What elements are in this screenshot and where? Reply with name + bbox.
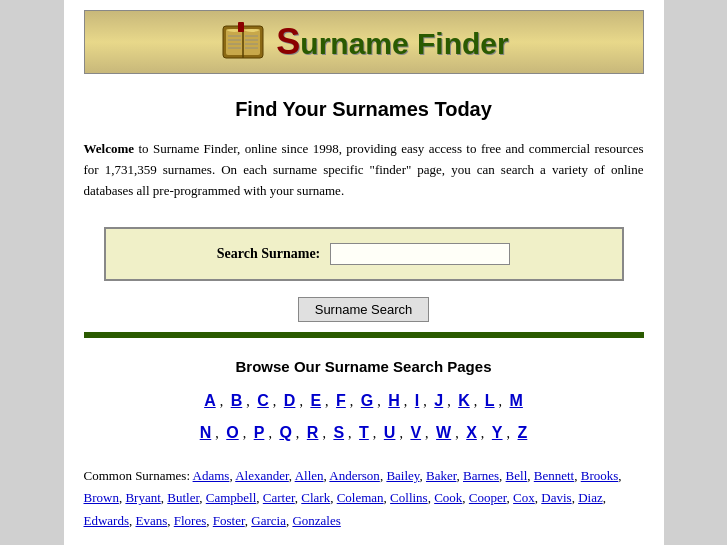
alphabet-link-e[interactable]: E	[310, 392, 321, 409]
alphabet-link-v[interactable]: V	[410, 424, 421, 441]
browse-heading: Browse Our Surname Search Pages	[64, 348, 664, 381]
surname-link-flores[interactable]: Flores	[174, 513, 207, 528]
alphabet-link-g[interactable]: G	[361, 392, 373, 409]
alphabet-link-f[interactable]: F	[336, 392, 346, 409]
surname-link-alexander[interactable]: Alexander	[235, 468, 289, 483]
welcome-bold: Welcome	[84, 141, 135, 156]
page-tagline: Find Your Surnames Today	[64, 84, 664, 129]
surname-link-davis[interactable]: Davis	[541, 490, 571, 505]
alphabet-link-b[interactable]: B	[231, 392, 243, 409]
surname-link-bell[interactable]: Bell	[506, 468, 528, 483]
header-banner: Surname Finder	[84, 10, 644, 74]
alphabet-link-u[interactable]: U	[384, 424, 396, 441]
alphabet-link-j[interactable]: J	[434, 392, 443, 409]
surname-link-gonzales[interactable]: Gonzales	[292, 513, 340, 528]
search-input[interactable]	[330, 243, 510, 265]
alphabet-link-h[interactable]: H	[388, 392, 400, 409]
surname-link-baker[interactable]: Baker	[426, 468, 457, 483]
alphabet-link-o[interactable]: O	[226, 424, 238, 441]
surname-link-campbell[interactable]: Campbell	[206, 490, 257, 505]
book-icon	[218, 22, 268, 62]
surname-link-bryant[interactable]: Bryant	[125, 490, 160, 505]
alphabet-link-r[interactable]: R	[307, 424, 319, 441]
alphabet-link-d[interactable]: D	[284, 392, 296, 409]
alphabet-link-x[interactable]: X	[466, 424, 477, 441]
surname-link-anderson[interactable]: Anderson	[329, 468, 380, 483]
alphabet-link-z[interactable]: Z	[518, 424, 528, 441]
surname-link-brooks[interactable]: Brooks	[581, 468, 619, 483]
alphabet-area: A, B, C, D, E, F, G, H, I, J, K, L, MN, …	[64, 381, 664, 453]
alphabet-link-a[interactable]: A	[204, 392, 216, 409]
surname-link-cook[interactable]: Cook	[434, 490, 462, 505]
alphabet-link-k[interactable]: K	[458, 392, 470, 409]
surname-link-adams[interactable]: Adams	[193, 468, 230, 483]
green-divider	[84, 332, 644, 338]
surname-link-cox[interactable]: Cox	[513, 490, 535, 505]
alphabet-row-2: N, O, P, Q, R, S, T, U, V, W, X, Y, Z	[84, 417, 644, 449]
alphabet-link-t[interactable]: T	[359, 424, 369, 441]
search-area: Search Surname:	[104, 227, 624, 281]
surname-link-garcia[interactable]: Garcia	[251, 513, 286, 528]
surname-link-diaz[interactable]: Diaz	[578, 490, 603, 505]
surname-search-button[interactable]: Surname Search	[298, 297, 430, 322]
common-surnames-section: Common Surnames: Adams, Alexander, Allen…	[64, 453, 664, 539]
alphabet-link-q[interactable]: Q	[279, 424, 291, 441]
alphabet-link-c[interactable]: C	[257, 392, 269, 409]
surname-link-carter[interactable]: Carter	[263, 490, 295, 505]
surname-link-evans[interactable]: Evans	[136, 513, 168, 528]
alphabet-link-p[interactable]: P	[254, 424, 265, 441]
surname-link-edwards[interactable]: Edwards	[84, 513, 130, 528]
surname-link-bennett[interactable]: Bennett	[534, 468, 574, 483]
welcome-text: Welcome to Surname Finder, online since …	[64, 129, 664, 211]
alphabet-link-w[interactable]: W	[436, 424, 451, 441]
surname-link-butler[interactable]: Butler	[167, 490, 199, 505]
surname-link-clark[interactable]: Clark	[301, 490, 330, 505]
welcome-body: to Surname Finder, online since 1998, pr…	[84, 141, 644, 198]
alphabet-link-s[interactable]: S	[333, 424, 344, 441]
common-surnames-label: Common Surnames:	[84, 468, 191, 483]
surname-link-collins[interactable]: Collins	[390, 490, 428, 505]
search-label: Search Surname:	[217, 246, 321, 262]
surname-link-barnes[interactable]: Barnes	[463, 468, 499, 483]
alphabet-link-l[interactable]: L	[485, 392, 495, 409]
surname-link-bailey[interactable]: Bailey	[386, 468, 419, 483]
surname-link-coleman[interactable]: Coleman	[337, 490, 384, 505]
surname-link-brown[interactable]: Brown	[84, 490, 119, 505]
alphabet-row-1: A, B, C, D, E, F, G, H, I, J, K, L, M	[84, 385, 644, 417]
alphabet-link-y[interactable]: Y	[492, 424, 503, 441]
search-button-area: Surname Search	[64, 297, 664, 322]
alphabet-link-i[interactable]: I	[415, 392, 419, 409]
surname-link-cooper[interactable]: Cooper	[469, 490, 507, 505]
alphabet-link-m[interactable]: M	[510, 392, 523, 409]
site-title: Surname Finder	[276, 21, 508, 63]
surname-link-foster[interactable]: Foster	[213, 513, 245, 528]
alphabet-link-n[interactable]: N	[200, 424, 212, 441]
surname-link-allen[interactable]: Allen	[295, 468, 324, 483]
